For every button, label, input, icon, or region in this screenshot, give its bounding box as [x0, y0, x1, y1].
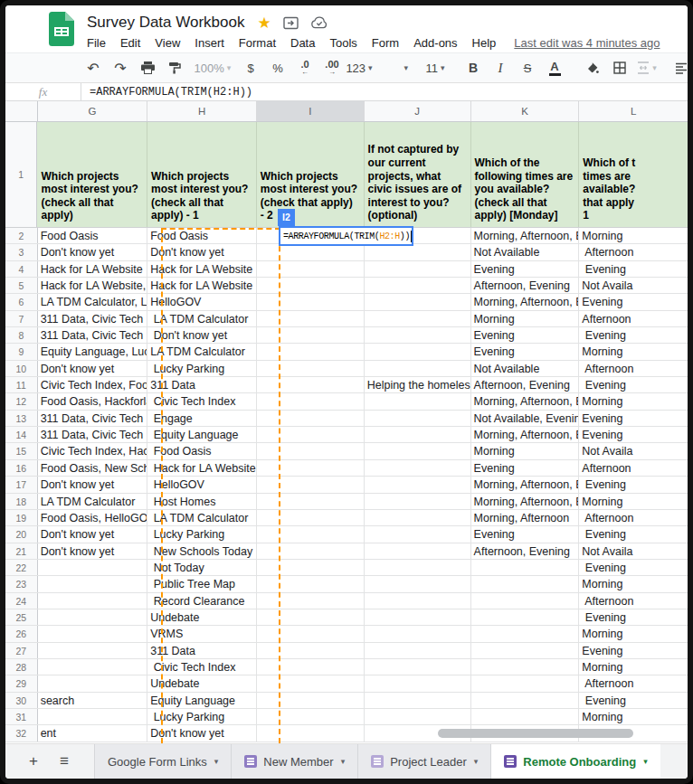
- menu-view[interactable]: View: [147, 36, 187, 50]
- cell-L22[interactable]: Evening: [579, 560, 688, 575]
- row-header-24[interactable]: 24: [5, 593, 38, 609]
- cell-L10[interactable]: Afternoon: [579, 361, 688, 376]
- cell-G17[interactable]: Don't know yet: [38, 477, 148, 492]
- cell-H26[interactable]: VRMS: [147, 626, 257, 641]
- cell-H4[interactable]: Hack for LA Website: [147, 261, 257, 277]
- cell-K3[interactable]: Not Available: [471, 244, 580, 260]
- cell-L12[interactable]: Morning: [579, 393, 688, 409]
- row-header-27[interactable]: 27: [5, 643, 38, 658]
- column-header-J[interactable]: J: [365, 101, 471, 121]
- cell-I8[interactable]: [257, 327, 365, 343]
- cell-G8[interactable]: 311 Data, Civic Tech Inde: [38, 327, 148, 343]
- cell-J10[interactable]: [365, 361, 471, 376]
- cell-K15[interactable]: Morning: [471, 443, 580, 458]
- cell-G28[interactable]: [38, 659, 148, 675]
- row-header-13[interactable]: 13: [5, 411, 38, 426]
- cell-J20[interactable]: [365, 526, 471, 542]
- cell-G18[interactable]: LA TDM Calculator: [38, 494, 148, 509]
- cell-K28[interactable]: [471, 659, 580, 675]
- row-header-19[interactable]: 19: [5, 510, 38, 525]
- cell-L25[interactable]: Evening: [579, 609, 688, 625]
- cell-L27[interactable]: Evening: [579, 643, 688, 658]
- cell-H16[interactable]: Hack for LA Website: [147, 460, 257, 476]
- cell-K21[interactable]: Afternoon, Evening: [471, 543, 580, 559]
- cell-J5[interactable]: [365, 278, 471, 293]
- column-header-G[interactable]: G: [38, 101, 148, 121]
- cell-H14[interactable]: Equity Language: [147, 427, 257, 442]
- cell-I20[interactable]: [257, 526, 365, 542]
- cell-H2[interactable]: Food Oasis: [147, 228, 257, 243]
- cell-J12[interactable]: [365, 393, 471, 409]
- cell-K30[interactable]: [471, 693, 580, 708]
- cell-I29[interactable]: [257, 675, 365, 691]
- row-header-21[interactable]: 21: [5, 543, 38, 559]
- cell-J15[interactable]: [365, 443, 471, 458]
- cell-I19[interactable]: [257, 510, 365, 525]
- tab-menu-arrow-icon[interactable]: ▾: [214, 757, 219, 766]
- cell-L17[interactable]: Evening: [579, 477, 688, 492]
- menu-insert[interactable]: Insert: [187, 36, 232, 50]
- cell-K29[interactable]: [471, 675, 580, 691]
- cell-K14[interactable]: Morning, Afternoon, Even: [471, 427, 580, 442]
- cell-L31[interactable]: Morning: [579, 709, 688, 724]
- cell-H19[interactable]: LA TDM Calculator: [147, 510, 257, 525]
- cell-L1[interactable]: Which of t times are available? that app…: [579, 122, 688, 227]
- row-header-2[interactable]: 2: [5, 228, 38, 243]
- cell-G7[interactable]: 311 Data, Civic Tech Inde: [38, 311, 148, 326]
- cell-H24[interactable]: Record Clearance: [147, 593, 257, 609]
- row-header-20[interactable]: 20: [5, 526, 38, 542]
- cell-H30[interactable]: Equity Language: [147, 693, 257, 708]
- cell-J16[interactable]: [365, 460, 471, 476]
- cell-J22[interactable]: [365, 560, 471, 575]
- cell-K25[interactable]: [471, 609, 580, 625]
- cell-J23[interactable]: [365, 576, 471, 591]
- cell-L28[interactable]: Morning: [579, 659, 688, 675]
- cell-H9[interactable]: LA TDM Calculator: [147, 344, 257, 359]
- cell-G23[interactable]: [38, 576, 148, 591]
- cell-H6[interactable]: HelloGOV: [147, 294, 257, 309]
- row-header-5[interactable]: 5: [5, 278, 38, 293]
- italic-button[interactable]: I: [489, 57, 511, 79]
- cell-G14[interactable]: 311 Data, Civic Tech Inde: [38, 427, 148, 442]
- cell-J21[interactable]: [365, 543, 471, 559]
- row-header-25[interactable]: 25: [5, 609, 38, 625]
- cell-L21[interactable]: Not Availa: [579, 543, 688, 559]
- cell-K10[interactable]: Not Available: [471, 361, 580, 376]
- cell-H28[interactable]: Civic Tech Index: [147, 659, 257, 675]
- document-title[interactable]: Survey Data Workbook: [87, 14, 244, 32]
- move-to-folder-icon[interactable]: [283, 16, 299, 30]
- cell-K2[interactable]: Morning, Afternoon, Even: [471, 228, 580, 243]
- menu-file[interactable]: File: [80, 36, 113, 50]
- paint-format-button[interactable]: [164, 57, 185, 79]
- cell-I13[interactable]: [257, 411, 365, 426]
- tab-menu-arrow-icon[interactable]: ▾: [474, 757, 479, 766]
- cell-L11[interactable]: Evening: [579, 377, 688, 392]
- cell-editor-I2[interactable]: =ARRAYFORMULA(TRIM(H2:H)): [279, 226, 413, 246]
- cell-G1[interactable]: Which projects most interest you? (check…: [37, 122, 147, 227]
- all-sheets-button[interactable]: ≡: [49, 744, 80, 779]
- cell-K13[interactable]: Not Available, Evening: [471, 411, 580, 426]
- cell-I10[interactable]: [257, 361, 365, 376]
- row-header-32[interactable]: 32: [5, 725, 38, 741]
- increase-decimal-button[interactable]: .00→: [321, 57, 343, 79]
- menu-help[interactable]: Help: [465, 36, 504, 50]
- decrease-decimal-button[interactable]: .0←: [294, 57, 316, 79]
- cell-L2[interactable]: Morning: [579, 228, 688, 243]
- cell-L24[interactable]: Afternoon: [579, 593, 688, 609]
- tab-menu-arrow-icon[interactable]: ▾: [643, 757, 648, 766]
- sheet-tab-project-leader[interactable]: Project Leader ▾: [358, 744, 491, 779]
- sheet-tab-remote-onboarding[interactable]: Remote Onboarding ▾: [491, 744, 660, 779]
- row-header-4[interactable]: 4: [5, 261, 38, 277]
- row-header-1[interactable]: 1: [5, 122, 37, 227]
- cell-L14[interactable]: Evening: [579, 427, 688, 442]
- cell-L13[interactable]: Evening: [579, 411, 688, 426]
- strikethrough-button[interactable]: S: [517, 57, 538, 79]
- cell-I28[interactable]: [257, 659, 365, 675]
- cell-K20[interactable]: Evening: [471, 526, 580, 542]
- cell-L16[interactable]: Afternoon: [579, 460, 688, 476]
- menu-addons[interactable]: Add-ons: [406, 36, 464, 50]
- cell-G13[interactable]: 311 Data, Civic Tech Inde: [38, 411, 148, 426]
- cell-H17[interactable]: HelloGOV: [147, 477, 257, 492]
- cell-J14[interactable]: [365, 427, 471, 442]
- cell-J18[interactable]: [365, 494, 471, 509]
